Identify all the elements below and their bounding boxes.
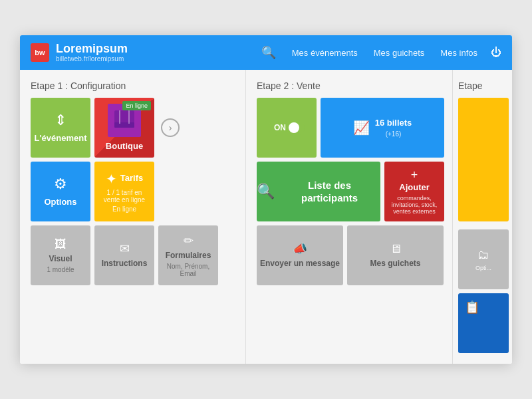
brand: bw Loremipsum billetweb.fr/loremipsum [31,43,261,63]
instructions-icon: ✉ [120,241,130,256]
billets-label: 16 billets [375,118,412,129]
tarifs-sublabel2: En ligne [112,205,136,213]
message-label: Envoyer un message [260,259,340,269]
app-title: Loremipsum [56,43,128,56]
partial-yellow-tile[interactable] [458,98,509,221]
visuel-tile[interactable]: 🖼 Visuel 1 modèle [31,225,90,285]
stage-2-row-3: 📣 Envoyer un message 🖥 Mes guichets [257,225,444,285]
en-ligne-badge: En ligne [122,101,151,110]
tarifs-sublabel: 1 / 1 tarif en vente en ligne [100,189,149,203]
visuel-sublabel: 1 modèle [47,266,74,273]
main-content: Etape 1 : Configuration ⇕ L'événement En… [20,70,512,364]
stage-1-title: Etape 1 : Configuration [31,80,237,91]
ajouter-sublabel: commandes, invitations, stock, ventes ex… [388,195,440,215]
stage-2: Etape 2 : Vente ON 📈 16 bill [246,70,453,364]
ajouter-icon: + [411,168,418,182]
stage-1-row-2: ⚙ Options ✦ Tarifs 1 / 1 tarif en vente … [31,162,237,221]
partial-gray-label: Opti... [475,265,491,271]
stage-3-row-1 [458,98,509,225]
stage-3-partial: Etape 🗂 Opti... 📋 [453,70,512,364]
instructions-label: Instructions [102,259,148,269]
guichets-tile[interactable]: 🖥 Mes guichets [347,225,444,285]
stage-2-title: Etape 2 : Vente [257,80,444,91]
options-tile[interactable]: ⚙ Options [31,162,90,221]
participants-tile[interactable]: 🔍 Liste des participants [257,162,380,221]
nav-infos[interactable]: Mes infos [440,48,477,58]
nav-guichets[interactable]: Mes guichets [374,48,425,58]
tarifs-icon: ✦ [106,171,117,187]
formulaires-label: Formulaires [166,251,211,261]
partial-gray-tile[interactable]: 🗂 Opti... [458,229,509,289]
svg-rect-1 [114,122,134,128]
message-tile[interactable]: 📣 Envoyer un message [257,225,343,285]
visuel-icon: 🖼 [55,237,66,251]
stage-1-row-3: 🖼 Visuel 1 modèle ✉ Instructions ✏ Formu… [31,225,237,285]
ajouter-label: Ajouter [399,182,430,194]
tarifs-label: Tarifs [120,173,143,184]
logo-icon: bw [31,43,49,62]
main-nav: Mes événements Mes guichets Mes infos [292,48,477,58]
brand-text: Loremipsum billetweb.fr/loremipsum [56,43,128,63]
billets-icon: 📈 [353,120,370,136]
stage-3-title: Etape [458,80,507,91]
formulaires-icon: ✏ [184,233,194,248]
evenement-tile[interactable]: ⇕ L'événement [31,98,90,158]
toggle-circle [289,122,299,133]
app-subtitle: billetweb.fr/loremipsum [56,55,128,63]
partial-blue-icon: 📋 [458,293,509,321]
tarifs-tile[interactable]: ✦ Tarifs 1 / 1 tarif en vente en ligne E… [94,162,154,221]
power-icon[interactable]: ⏻ [491,47,501,59]
instructions-tile[interactable]: ✉ Instructions [94,225,154,285]
stage-3-grid: 🗂 Opti... 📋 [458,98,507,353]
evenement-icon: ⇕ [55,112,66,129]
stage-2-grid: ON 📈 16 billets (+16) [257,98,444,285]
participants-icon: 🔍 [257,183,275,200]
participants-label: Liste des participants [279,179,380,205]
evenement-label: L'événement [35,133,87,144]
options-icon: ⚙ [54,176,67,193]
visuel-label: Visuel [49,254,72,265]
search-icon[interactable]: 🔍 [261,45,276,60]
billets-tile[interactable]: 📈 16 billets (+16) [321,98,444,158]
toggle-tile[interactable]: ON [257,98,317,158]
stage-3-row-2: 🗂 Opti... [458,229,509,289]
stage-2-row-2: 🔍 Liste des participants + Ajouter comma… [257,162,444,221]
message-icon: 📣 [293,241,307,256]
stage-1-row-1: ⇕ L'événement En ligne Boutique › [31,98,237,158]
stage-2-row-1: ON 📈 16 billets (+16) [257,98,444,158]
stage-1-arrow[interactable]: › [161,118,180,137]
guichets-label: Mes guichets [370,259,420,269]
toggle-on[interactable]: ON [269,120,305,136]
boutique-tile[interactable]: En ligne Boutique [94,98,154,158]
options-label: Options [44,197,76,208]
navbar: bw Loremipsum billetweb.fr/loremipsum 🔍 … [20,35,512,70]
ajouter-tile[interactable]: + Ajouter commandes, invitations, stock,… [384,162,444,221]
guichets-icon: 🖥 [390,242,402,256]
partial-blue-tile[interactable]: 📋 [458,293,509,353]
nav-evenements[interactable]: Mes événements [292,48,358,58]
partial-gray-icon: 🗂 [477,248,489,262]
formulaires-sublabel: Nom, Prénom, Email [158,263,218,277]
app-window: bw Loremipsum billetweb.fr/loremipsum 🔍 … [20,35,512,364]
svg-rect-0 [114,110,134,124]
boutique-label: Boutique [106,141,143,152]
stage-1-grid: ⇕ L'événement En ligne Boutique › [31,98,237,285]
stage-1: Etape 1 : Configuration ⇕ L'événement En… [20,70,246,364]
stage-3-row-3: 📋 [458,293,509,353]
toggle-label: ON [274,123,286,132]
formulaires-tile[interactable]: ✏ Formulaires Nom, Prénom, Email [158,225,218,285]
billets-sublabel: (+16) [375,130,412,138]
